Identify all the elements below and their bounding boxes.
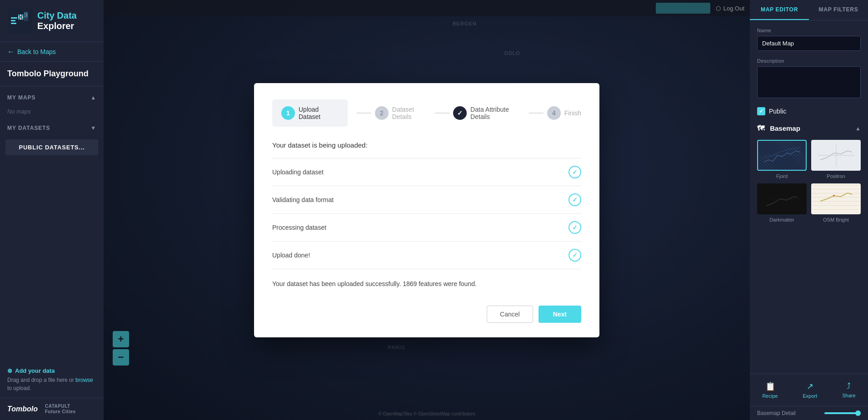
basemap-icon: 🗺 [757, 124, 764, 132]
next-button[interactable]: Next [539, 306, 581, 323]
map-container[interactable]: BERGEN OSLO HAMBURG LE HAVRE PARIS ⬡ Log… [104, 0, 750, 420]
status-item-2: Processing dataset ✓ [272, 214, 581, 242]
bottom-logos: Tombolo CATAPULT Future Cities [0, 398, 104, 420]
no-maps-text: No maps [0, 105, 104, 120]
public-checkbox[interactable]: ✓ [757, 107, 765, 115]
svg-rect-3 [11, 23, 16, 24]
my-datasets-chevron: ▼ [90, 125, 96, 131]
svg-rect-8 [20, 16, 21, 18]
basemap-detail-row: Basemap Detail [750, 406, 868, 420]
svg-rect-15 [26, 13, 27, 14]
basemap-darkmatter[interactable]: Darkmatter [757, 183, 807, 222]
panel-content: Name Description ✓ Public 🗺 Basemap ▲ [750, 20, 868, 374]
recipe-button[interactable]: 📋 Recipe [757, 378, 783, 402]
tab-map-filters[interactable]: MAP FILTERS [809, 0, 868, 20]
step-label-1: Upload Dataset [299, 106, 339, 120]
svg-rect-2 [11, 20, 15, 21]
my-maps-section-header[interactable]: MY MAPS ▲ [0, 90, 104, 105]
modal-footer: Cancel Next [272, 306, 581, 323]
step-circle-4: 4 [547, 106, 561, 120]
svg-rect-9 [22, 16, 23, 18]
panel-tabs: MAP EDITOR MAP FILTERS [750, 0, 868, 20]
public-checkbox-label: Public [769, 108, 786, 115]
upload-modal: 1 Upload Dataset 2 Dataset Details ✓ [254, 83, 599, 337]
status-item-3: Upload done! ✓ [272, 242, 581, 269]
basemap-thumb-darkmatter [757, 183, 807, 214]
basemap-thumb-fjord [757, 140, 807, 171]
svg-rect-11 [20, 18, 21, 20]
description-field: Description [757, 58, 861, 100]
darkmatter-svg [764, 188, 800, 210]
svg-rect-14 [25, 13, 25, 14]
my-datasets-section-header[interactable]: MY DATASETS ▼ [0, 120, 104, 136]
wizard-step-4: 4 Finish [547, 106, 581, 120]
basemap-grid: Fjord Positron [757, 140, 861, 222]
basemap-thumb-osmbright [811, 183, 861, 214]
svg-point-36 [833, 195, 835, 197]
basemap-thumb-positron [811, 140, 861, 171]
export-icon: ↗ [807, 381, 813, 391]
modal-overlay: 1 Upload Dataset 2 Dataset Details ✓ [104, 0, 750, 420]
basemap-name-darkmatter: Darkmatter [769, 217, 794, 222]
wizard-step-3: ✓ Data Attribute Details [453, 106, 525, 120]
basemap-section-header[interactable]: 🗺 Basemap ▲ [757, 124, 861, 133]
step-connector-3-4 [529, 113, 544, 114]
svg-rect-18 [25, 16, 25, 17]
sidebar: City Data Explorer Back to Maps Tombolo … [0, 0, 104, 420]
public-checkbox-row: ✓ Public [757, 107, 861, 115]
wizard-step-1: 1 Upload Dataset [272, 99, 348, 127]
basemap-fjord[interactable]: Fjord [757, 140, 807, 179]
step-circle-2: 2 [375, 106, 389, 120]
step-connector-2-3 [435, 113, 449, 114]
basemap-positron[interactable]: Positron [811, 140, 861, 179]
wizard-step-2: 2 Dataset Details [375, 106, 431, 120]
name-input[interactable] [757, 36, 861, 51]
osmbright-svg [818, 188, 854, 210]
panel-bottom-buttons: 📋 Recipe ↗ Export ⤴ Share [750, 374, 868, 406]
add-data-subtitle: Drag and drop a file here or browse to u… [7, 376, 96, 392]
success-message: Your dataset has been uploaded successfu… [272, 280, 581, 287]
description-textarea[interactable] [757, 66, 861, 98]
share-button[interactable]: ⤴ Share [837, 378, 861, 402]
share-icon: ⤴ [847, 381, 851, 391]
public-datasets-button[interactable]: PUBLIC DATASETS... [5, 139, 98, 155]
recipe-icon: 📋 [765, 381, 775, 391]
export-button[interactable]: ↗ Export [798, 378, 823, 402]
check-icon-2: ✓ [569, 221, 581, 234]
browse-link[interactable]: browse [75, 377, 93, 383]
svg-rect-19 [26, 16, 27, 17]
cancel-button[interactable]: Cancel [487, 306, 533, 323]
svg-rect-27 [764, 144, 800, 167]
status-item-1: Validating data format ✓ [272, 186, 581, 214]
svg-rect-1 [11, 17, 17, 19]
tab-map-editor[interactable]: MAP EDITOR [750, 0, 809, 20]
basemap-name-fjord: Fjord [776, 173, 788, 179]
check-icon-1: ✓ [569, 193, 581, 206]
svg-rect-10 [18, 18, 20, 20]
status-item-label-2: Processing dataset [272, 224, 326, 231]
add-data-title: ⊕ Add your data [7, 367, 96, 374]
divider-1 [0, 86, 104, 86]
basemap-detail-label: Basemap Detail [757, 410, 796, 416]
status-item-label-0: Uploading dataset [272, 168, 324, 176]
back-to-maps-link[interactable]: Back to Maps [0, 42, 104, 62]
check-icon-3: ✓ [569, 249, 581, 262]
svg-rect-17 [26, 15, 27, 15]
name-field: Name [757, 28, 861, 51]
step-label-3: Data Attribute Details [470, 106, 525, 120]
svg-rect-7 [18, 16, 20, 18]
status-items-list: Uploading dataset ✓ Validating data form… [272, 158, 581, 269]
status-item-label-3: Upload done! [272, 252, 310, 259]
my-maps-chevron: ▲ [90, 94, 96, 101]
basemap-osmbright[interactable]: OSM Bright [811, 183, 861, 222]
wizard-steps: 1 Upload Dataset 2 Dataset Details ✓ [272, 99, 581, 127]
basemap-label: Basemap [770, 124, 800, 132]
check-icon-0: ✓ [569, 166, 581, 178]
svg-rect-34 [818, 188, 854, 210]
status-item-label-1: Validating data format [272, 196, 334, 203]
step-circle-3: ✓ [453, 106, 467, 120]
add-data-area: ⊕ Add your data Drag and drop a file her… [0, 362, 104, 398]
basemap-detail-slider[interactable] [824, 412, 861, 414]
app-title-text: City Data Explorer [37, 10, 77, 31]
app-logo-icon [7, 8, 33, 34]
